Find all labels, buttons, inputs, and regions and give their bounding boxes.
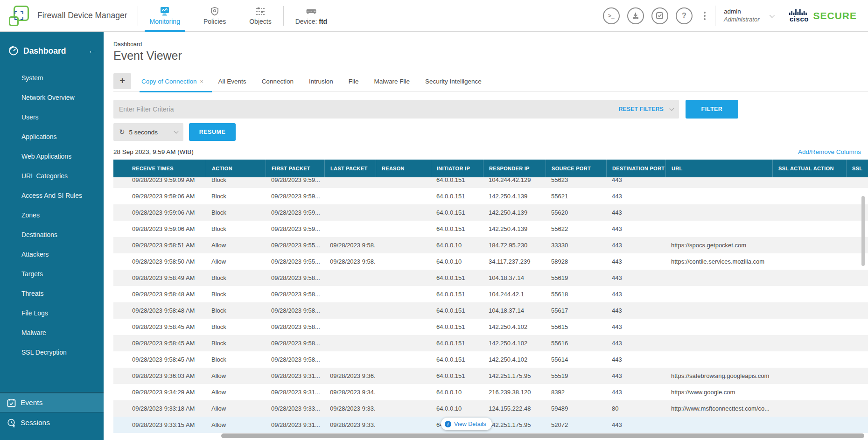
cell-receive: 09/28/2023 9:34:29 AM [126, 389, 206, 396]
cell-dport: 443 [606, 389, 665, 396]
cell-action: Allow [206, 405, 266, 412]
sidebar-item-malware[interactable]: Malware [0, 323, 104, 342]
tab-connection[interactable]: Connection [262, 78, 294, 87]
table-row[interactable]: 09/28/2023 9:58:45 AMBlock09/28/2023 9:5… [113, 319, 868, 335]
table-row[interactable]: 09/28/2023 9:59:06 AMBlock09/28/2023 9:5… [113, 188, 868, 204]
device-name: ftd [319, 18, 327, 25]
column-header-initiator[interactable]: INITIATOR IP [431, 160, 483, 177]
add-remove-columns-link[interactable]: Add/Remove Columns [798, 148, 861, 155]
resume-button[interactable]: RESUME [189, 123, 236, 141]
task-list-icon[interactable] [651, 7, 668, 24]
tab-copy-of-connection[interactable]: Copy of Connection× [141, 78, 205, 87]
filter-button[interactable]: FILTER [686, 100, 738, 119]
chevron-down-icon[interactable] [670, 106, 674, 111]
column-header-action[interactable]: ACTION [206, 160, 266, 177]
table-row[interactable]: 09/28/2023 9:58:48 AMBlock09/28/2023 9:5… [113, 302, 868, 319]
sidebar-item-attackers[interactable]: Attackers [0, 244, 104, 264]
table-row[interactable]: 09/28/2023 9:58:49 AMBlock09/28/2023 9:5… [113, 270, 868, 286]
sidebar-item-url-categories[interactable]: URL Categories [0, 166, 104, 186]
tab-security-intelligence[interactable]: Security Intelligence [425, 78, 482, 87]
sidebar-events-label: Events [21, 398, 42, 407]
column-header-ssl[interactable]: SSL [846, 160, 868, 177]
nav-device[interactable]: Device: ftd [284, 0, 339, 32]
events-calendar-icon [7, 398, 16, 407]
refresh-interval-dropdown[interactable]: ↻ 5 seconds [113, 123, 183, 141]
table-row[interactable]: 09/28/2023 9:58:45 AMBlock09/28/2023 9:5… [113, 351, 868, 368]
nav-policies[interactable]: Policies [192, 0, 238, 32]
cli-console-icon[interactable]: >_ [603, 7, 620, 24]
column-header-reason[interactable]: REASON [376, 160, 431, 177]
sidebar-item-zones[interactable]: Zones [0, 205, 104, 225]
sidebar-item-sessions[interactable]: Sessions [0, 412, 104, 433]
column-header-sport[interactable]: SOURCE PORT [546, 160, 606, 177]
table-row[interactable]: 09/28/2023 9:59:09 AMBlock09/28/2023 9:5… [113, 177, 868, 188]
breadcrumb[interactable]: Dashboard [113, 41, 868, 48]
sidebar-item-threats[interactable]: Threats [0, 284, 104, 303]
cell-action: Block [206, 209, 266, 216]
filter-criteria-box[interactable]: RESET FILTERS [113, 100, 679, 119]
cell-initiator: 64.0.0.151 [431, 177, 483, 183]
view-details-tooltip[interactable]: i View Details [441, 418, 492, 430]
tab-intrusion[interactable]: Intrusion [309, 78, 333, 87]
cell-last: 09/28/2023 9:33... [324, 405, 376, 412]
sidebar-item-destinations[interactable]: Destinations [0, 225, 104, 244]
sidebar-item-system[interactable]: System [0, 68, 104, 88]
sidebar-item-applications[interactable]: Applications [0, 127, 104, 147]
cell-sport: 55617 [546, 307, 606, 314]
sidebar-item-network-overview[interactable]: Network Overview [0, 88, 104, 107]
cell-responder: 104.18.37.14 [483, 274, 546, 281]
table-row[interactable]: 09/28/2023 9:59:06 AMBlock09/28/2023 9:5… [113, 221, 868, 237]
column-header-first[interactable]: FIRST PACKET [266, 160, 324, 177]
tab-file[interactable]: File [349, 78, 359, 87]
cell-initiator: 64.0.0.10 [431, 242, 483, 249]
column-header-url[interactable]: URL [665, 160, 772, 177]
nav-monitoring[interactable]: Monitoring [138, 0, 192, 32]
sidebar-dashboard-header[interactable]: Dashboard ← [0, 32, 104, 68]
help-icon[interactable]: ? [676, 7, 693, 24]
sidebar-item-ssl-decryption[interactable]: SSL Decryption [0, 342, 104, 362]
table-row[interactable]: 09/28/2023 9:36:03 AMAllow09/28/2023 9:3… [113, 368, 868, 384]
user-menu[interactable]: admin Administrator [715, 6, 774, 26]
table-row[interactable]: 09/28/2023 9:58:45 AMBlock09/28/2023 9:5… [113, 335, 868, 351]
nav-objects[interactable]: Objects [238, 0, 283, 32]
column-header-dport[interactable]: DESTINATION PORT [606, 160, 665, 177]
column-header-last[interactable]: LAST PACKET [324, 160, 376, 177]
refresh-interval-value: 5 seconds [129, 129, 170, 136]
tab-close-icon[interactable]: × [200, 78, 203, 85]
filter-criteria-input[interactable] [119, 105, 619, 113]
sidebar-item-web-applications[interactable]: Web Applications [0, 147, 104, 166]
reset-filters-button[interactable]: RESET FILTERS [619, 106, 664, 112]
add-tab-button[interactable]: + [113, 73, 131, 89]
column-header-receive[interactable]: RECEIVE TIMES [126, 160, 206, 177]
sidebar-item-targets[interactable]: Targets [0, 264, 104, 284]
cell-sport: 55616 [546, 340, 606, 347]
table-row[interactable]: 09/28/2023 9:58:51 AMAllow09/28/2023 9:5… [113, 237, 868, 253]
top-header-bar: Firewall Device Manager Monitoring Polic… [0, 0, 868, 32]
table-row[interactable]: 09/28/2023 9:59:06 AMBlock09/28/2023 9:5… [113, 204, 868, 221]
table-row[interactable]: 09/28/2023 9:58:48 AMBlock09/28/2023 9:5… [113, 286, 868, 302]
policies-icon [209, 7, 220, 16]
sidebar-item-access-and-si-rules[interactable]: Access And SI Rules [0, 186, 104, 205]
tab-all-events[interactable]: All Events [218, 78, 246, 87]
horizontal-scrollbar[interactable] [221, 433, 864, 438]
more-options-icon[interactable] [704, 12, 706, 20]
sidebar-item-events[interactable]: Events [0, 392, 104, 412]
column-header-responder[interactable]: RESPONDER IP [483, 160, 546, 177]
cell-sport: 58928 [546, 258, 606, 265]
cell-responder: 142.250.4.102 [483, 323, 546, 330]
deploy-icon[interactable] [627, 7, 644, 24]
sidebar-title: Dashboard [23, 46, 84, 56]
sidebar-collapse-icon[interactable]: ← [88, 46, 96, 56]
vertical-scrollbar[interactable] [861, 196, 865, 266]
cell-initiator: 64.0.0.151 [431, 193, 483, 200]
tab-malware-file[interactable]: Malware File [374, 78, 410, 87]
objects-icon [255, 7, 266, 16]
table-row[interactable]: 09/28/2023 9:58:50 AMAllow09/28/2023 9:5… [113, 253, 868, 270]
sidebar-item-file-logs[interactable]: File Logs [0, 303, 104, 323]
cell-last: 09/28/2023 9:34... [324, 389, 376, 396]
table-row[interactable]: 09/28/2023 9:33:18 AMAllow09/28/2023 9:3… [113, 400, 868, 417]
column-header-ssl_actual[interactable]: SSL ACTUAL ACTION [772, 160, 846, 177]
view-details-label: View Details [454, 421, 486, 427]
sidebar-item-users[interactable]: Users [0, 107, 104, 127]
table-row[interactable]: 09/28/2023 9:34:29 AMAllow09/28/2023 9:3… [113, 384, 868, 400]
